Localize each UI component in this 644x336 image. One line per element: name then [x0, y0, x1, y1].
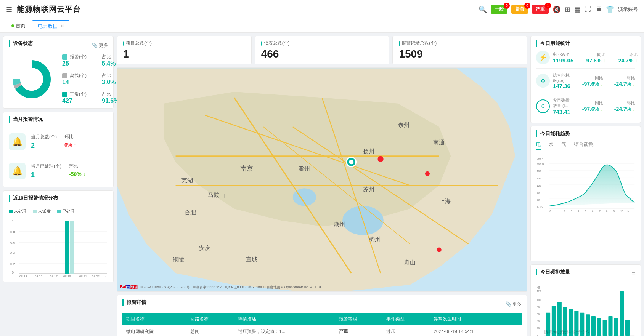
- baidu-logo: Bai百度图: [120, 285, 138, 289]
- trend-tab-composite[interactable]: 综合能耗: [574, 141, 594, 150]
- alert-detail-title: 报警详情: [122, 299, 146, 306]
- svg-text:合肥: 合肥: [185, 209, 196, 216]
- legend-unprocessed-dot: [9, 210, 13, 213]
- energy-composite-yoy: 同比 -97.6% ↓: [573, 75, 603, 87]
- svg-text:0: 0: [537, 333, 538, 336]
- cell-time: 2024-08-19 14:54:11: [430, 325, 522, 336]
- alert-total-change: 0% ↑: [64, 142, 90, 150]
- trend-tab-water[interactable]: 水: [549, 141, 554, 150]
- energy-electric-info: 电 (kW·h) 1199.05: [553, 51, 573, 64]
- map-credit: Bai百度图 © 2024 Baidu · GS(2023)3206号 · 甲测…: [120, 285, 322, 290]
- normal-label: 正常(个): [70, 91, 87, 98]
- offline-color-dot: [62, 73, 67, 78]
- tab-close-icon[interactable]: ✕: [61, 24, 64, 29]
- monthly-alert-item-processed: 🔔 当月已处理(个) 环比 1 -50% ↓: [9, 159, 108, 183]
- map-container[interactable]: 南京 合肥 扬州 泰州 南通 上海 杭州 湖州 滁州 安庆 宣城 马鞍山 芜湖 …: [117, 67, 527, 292]
- near10days-svg: 1 0.8 0.6 0.4 0.2 0: [9, 217, 108, 278]
- svg-text:南京: 南京: [240, 165, 253, 172]
- alert-total-value: 2: [31, 142, 57, 150]
- search-icon[interactable]: 🔍: [479, 5, 487, 14]
- svg-text:杭州: 杭州: [368, 236, 380, 242]
- legend-unsent-dot: [33, 210, 37, 213]
- share-icon[interactable]: 🖥: [595, 5, 602, 13]
- svg-text:4: 4: [578, 210, 580, 213]
- col-project: 项目名称: [122, 313, 186, 325]
- svg-text:120: 120: [537, 184, 541, 187]
- svg-text:90: 90: [537, 191, 540, 194]
- stat-alerts-value: 1509: [399, 48, 521, 60]
- alert-processed-label: 当月已处理(个): [31, 163, 61, 170]
- svg-rect-100: [574, 311, 578, 336]
- legend-done-label: 已处理: [62, 208, 75, 214]
- svg-text:安庆: 安庆: [199, 245, 210, 251]
- grid-icon[interactable]: ⊞: [565, 5, 570, 14]
- legend-unsent-label: 未派发: [38, 208, 51, 214]
- svg-text:7: 7: [599, 210, 601, 213]
- username-label: 演示账号: [618, 6, 638, 13]
- svg-text:上海: 上海: [439, 198, 451, 204]
- alert-total-icon: 🔔: [9, 133, 26, 150]
- svg-rect-99: [569, 309, 573, 336]
- alert-processed-change-label: 环比: [69, 163, 100, 170]
- stat-alerts-label: 报警记录总数(个): [399, 40, 521, 46]
- carbon-menu-icon[interactable]: ≡: [632, 270, 635, 277]
- svg-text:08.21: 08.21: [79, 275, 87, 278]
- fullscreen-icon[interactable]: ⛶: [585, 5, 591, 13]
- cell-severity: 严重: [335, 325, 382, 336]
- app-title: 能源物联网云平台: [17, 4, 81, 14]
- energy-icon-carbon: C: [536, 99, 550, 113]
- alert-table: 项目名称 回路名称 详情描述 报警等级 事件类型 异常发生时间 微电网研究院 总…: [122, 313, 522, 336]
- legend-unsent: 未派发: [33, 208, 51, 214]
- tab-power-data[interactable]: 电力数据 ✕: [32, 20, 69, 32]
- energy-carbon-info: 今日碳排放量 (k... 743.41: [553, 97, 571, 115]
- normal-value: 427: [62, 98, 100, 104]
- alert-severe-btn[interactable]: 严重 1: [532, 5, 549, 14]
- svg-text:180: 180: [537, 170, 541, 173]
- alert-total-info: 当月总数(个) 环比 2 0% ↑: [31, 134, 90, 150]
- alert-urgent-btn[interactable]: 紧急 0: [511, 5, 528, 14]
- svg-text:20: 20: [537, 327, 540, 330]
- tabs-bar: 首页 电力数据 ✕: [0, 19, 644, 33]
- carbon-chart-area: kg 120 100 80 60 40 20 0: [536, 282, 635, 336]
- energy-electric-yoy: 同比 -97.6% ↓: [575, 52, 605, 64]
- device-status-body: 报警(个) 25 占比 5.4% 离线(个: [9, 54, 108, 104]
- monthly-alert-header: 当月报警情况: [9, 116, 108, 126]
- svg-text:h: h: [628, 210, 629, 213]
- alert-detail-more[interactable]: 📎 更多: [506, 301, 522, 307]
- alert-general-btn[interactable]: 一般 0: [491, 5, 507, 14]
- svg-text:1: 1: [12, 219, 14, 223]
- svg-text:3: 3: [571, 210, 572, 213]
- svg-rect-98: [563, 307, 567, 335]
- table-icon[interactable]: ▦: [574, 5, 581, 14]
- alarm-color-dot: [62, 54, 67, 60]
- menu-icon[interactable]: ☰: [6, 5, 12, 14]
- svg-text:泰州: 泰州: [398, 122, 410, 128]
- tab-home[interactable]: 首页: [6, 20, 31, 32]
- svg-text:0.6: 0.6: [10, 241, 15, 245]
- svg-text:0: 0: [12, 270, 14, 274]
- energy-trend-card: 今日能耗趋势 电 水 气 综合能耗 kW·h 200.28 180 150 12…: [530, 126, 641, 261]
- trend-tab-electric[interactable]: 电: [536, 141, 541, 150]
- donut-chart: [9, 56, 55, 102]
- svg-text:0.4: 0.4: [10, 251, 15, 255]
- legend-done-dot: [57, 210, 61, 213]
- energy-electric-yoy-label: 同比: [575, 52, 605, 58]
- near10days-header: 近10日报警情况分布: [9, 195, 108, 205]
- device-status-header: 设备状态 📎 更多: [9, 40, 108, 51]
- svg-text:0.2: 0.2: [10, 262, 15, 266]
- energy-electric-value: 1199.05: [553, 57, 573, 64]
- svg-point-58: [437, 247, 442, 252]
- energy-composite-info: 综合能耗 (kgce) 147.36: [553, 72, 571, 89]
- shirt-icon[interactable]: 👕: [606, 5, 614, 14]
- svg-rect-109: [625, 320, 630, 336]
- device-status-more[interactable]: 📎 更多: [92, 42, 108, 49]
- svg-rect-95: [546, 312, 550, 335]
- svg-text:08.15: 08.15: [35, 275, 43, 278]
- trend-tab-gas[interactable]: 气: [561, 141, 566, 150]
- svg-rect-16: [65, 221, 69, 274]
- mute-icon[interactable]: 🔇: [552, 5, 561, 14]
- energy-carbon-mom: 环比 -24.7% ↓: [605, 100, 635, 112]
- header: ☰ 能源物联网云平台 🔍 一般 0 紧急 0 严重 1 🔇 ⊞ ▦ ⛶ 🖥 👕 …: [0, 0, 644, 19]
- donut-svg: [9, 56, 55, 102]
- right-column: 今日用能统计 ⚡ 电 (kW·h) 1199.05 同比 -97.6% ↓: [530, 36, 641, 336]
